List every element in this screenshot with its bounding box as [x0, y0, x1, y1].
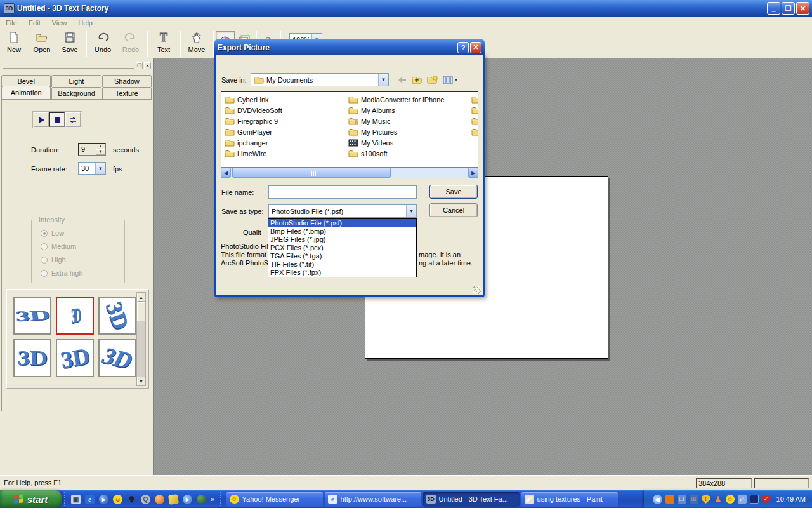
save-as-type-combobox[interactable]: PhotoStudio File (*.psf) ▼	[268, 204, 417, 218]
type-dropdown-arrow[interactable]: ▼	[406, 205, 416, 217]
up-folder-button[interactable]	[410, 73, 424, 86]
folder-item[interactable]: MediaConverter for iPhone	[348, 95, 444, 104]
dropdown-option-tga[interactable]: TGA Files (*.tga)	[268, 252, 416, 260]
folder-item[interactable]: My Pictures	[348, 127, 397, 137]
clipped-folder-item[interactable]	[471, 105, 478, 115]
text-tool-button[interactable]: T Text	[150, 30, 178, 58]
new-button[interactable]: New	[0, 30, 28, 58]
person-orange-icon[interactable]: ♟	[714, 495, 723, 504]
internet-explorer-icon[interactable]: e	[85, 495, 95, 504]
folder-item[interactable]: s100soft	[348, 149, 388, 158]
move-tool-button[interactable]: Move	[183, 30, 211, 58]
smiley-tray-icon[interactable]: ☺	[726, 495, 735, 504]
play-button[interactable]	[34, 112, 49, 127]
folder-item[interactable]: DVDVideoSoft	[225, 105, 282, 115]
tab-background[interactable]: Background	[51, 87, 101, 99]
framerate-dropdown-arrow[interactable]: ▼	[95, 163, 105, 174]
dropdown-option-pcx[interactable]: PCX Files (*.pcx)	[268, 244, 416, 252]
folder-item[interactable]: GomPlayer	[225, 127, 272, 137]
dropdown-option-fpx[interactable]: FPX Files (*.fpx)	[268, 269, 416, 277]
style-thumb-2-selected[interactable]: 3D	[56, 297, 94, 335]
stop-button[interactable]	[49, 112, 65, 127]
dropdown-option-bmp[interactable]: Bmp Files (*.bmp)	[268, 227, 416, 236]
scroll-up-icon[interactable]: ▲	[137, 293, 145, 302]
dropdown-option-psf[interactable]: PhotoStudio File (*.psf)	[268, 219, 416, 227]
restore-button[interactable]: ❐	[782, 2, 795, 15]
style-thumb-3[interactable]: 3D	[98, 297, 136, 335]
spinner-arrows[interactable]: ▲▼	[96, 144, 105, 155]
menu-file[interactable]: File	[0, 18, 23, 28]
antivirus-shield-red-icon[interactable]: ✓	[762, 495, 771, 504]
style-thumb-1[interactable]: 3D	[13, 297, 51, 335]
folder-item[interactable]: ♪My Music	[348, 116, 390, 126]
clipped-folder-item[interactable]	[471, 127, 478, 137]
key-icon[interactable]: ⚿	[690, 495, 698, 504]
panel-restore-button[interactable]: ❐	[136, 62, 143, 69]
style-thumb-5[interactable]: 3D	[56, 339, 94, 377]
save-dialog-button[interactable]: Save	[429, 185, 478, 199]
style-grid-scrollbar[interactable]: ▲ ▼	[136, 292, 146, 386]
dropdown-option-jpg[interactable]: JPEG Files (*.jpg)	[268, 236, 416, 244]
style-thumb-4[interactable]: 3D	[13, 339, 51, 377]
tab-texture[interactable]: Texture	[102, 87, 152, 99]
save-in-combobox[interactable]: My Documents ▼	[251, 73, 389, 86]
plugin-cross-icon[interactable]: ✟	[127, 495, 136, 504]
folder-list[interactable]: CyberLink DVDVideoSoft Firegraphic 9 Gom…	[221, 91, 478, 168]
update-arrows-icon[interactable]: ⇄	[738, 495, 747, 504]
save-in-dropdown-arrow[interactable]: ▼	[378, 74, 388, 86]
horizontal-scrollbar[interactable]: ◀ ▶	[221, 168, 478, 178]
firefox-ball-icon[interactable]	[155, 495, 164, 504]
folder-item[interactable]: CyberLink	[225, 95, 269, 104]
media-play-blue-icon[interactable]: ▸	[183, 495, 192, 504]
quicklaunch-overflow-chevron[interactable]: »	[211, 496, 214, 503]
security-shield-yellow-icon[interactable]: !	[702, 495, 710, 504]
undo-button[interactable]: Undo	[89, 30, 117, 58]
cancel-dialog-button[interactable]: Cancel	[429, 203, 478, 217]
task-3d-text-factory[interactable]: 3D Untitled - 3D Text Fa...	[423, 492, 520, 507]
spin-up-icon[interactable]: ▲	[96, 144, 105, 149]
spin-down-icon[interactable]: ▼	[96, 149, 105, 155]
folder-item[interactable]: LimeWire	[225, 149, 266, 158]
folder-item[interactable]: ipchanger	[225, 138, 268, 147]
task-browser[interactable]: e http://www.software...	[325, 492, 421, 507]
dialog-close-button[interactable]: ✕	[470, 42, 481, 53]
panel-header[interactable]: ❐ ×	[3, 62, 151, 72]
scroll-left-icon[interactable]: ◀	[221, 168, 231, 178]
start-button[interactable]: start	[0, 490, 62, 508]
menu-help[interactable]: Help	[72, 18, 98, 28]
minimize-button[interactable]: _	[767, 2, 780, 15]
task-paint[interactable]: 🖌 using textures - Paint	[521, 492, 618, 507]
file-name-input[interactable]	[268, 185, 417, 199]
task-yahoo-messenger[interactable]: ☺ Yahoo! Messenger	[226, 492, 323, 507]
resize-grip[interactable]	[473, 286, 481, 294]
scroll-thumb[interactable]	[232, 168, 391, 178]
clipped-folder-item[interactable]	[471, 95, 478, 104]
dialog-help-button[interactable]: ?	[457, 42, 469, 53]
folder-item[interactable]: Firegraphic 9	[225, 116, 278, 126]
scroll-right-icon[interactable]: ▶	[468, 168, 478, 178]
style-thumb-6[interactable]: 3D	[98, 339, 136, 377]
globe-green-icon[interactable]	[197, 495, 206, 504]
menu-edit[interactable]: Edit	[23, 18, 46, 28]
tab-light[interactable]: Light	[51, 75, 101, 87]
network-monitors-icon[interactable]: ❒	[678, 495, 686, 504]
display-settings-icon[interactable]	[750, 495, 759, 504]
notes-icon[interactable]	[168, 494, 179, 505]
scroll-track[interactable]	[391, 168, 468, 178]
scroll-thumb[interactable]	[137, 302, 145, 321]
new-folder-button[interactable]	[426, 73, 440, 86]
scroll-down-icon[interactable]: ▼	[137, 377, 145, 385]
save-button[interactable]: Save	[56, 30, 84, 58]
menu-view[interactable]: View	[46, 18, 73, 28]
java-tray-icon[interactable]	[665, 495, 674, 504]
close-button[interactable]: ✕	[796, 2, 809, 15]
loop-button[interactable]	[65, 112, 81, 127]
clipped-folder-item[interactable]	[471, 116, 478, 126]
view-menu-button[interactable]: ▼	[441, 73, 460, 86]
folder-item[interactable]: My Videos	[348, 138, 393, 147]
duration-spinner[interactable]: 9 ▲▼	[78, 143, 106, 156]
tray-chevron-icon[interactable]: ◀	[653, 495, 662, 504]
panel-close-button[interactable]: ×	[144, 62, 151, 69]
tab-shadow[interactable]: Shadow	[102, 75, 152, 87]
open-button[interactable]: Open	[28, 30, 56, 58]
